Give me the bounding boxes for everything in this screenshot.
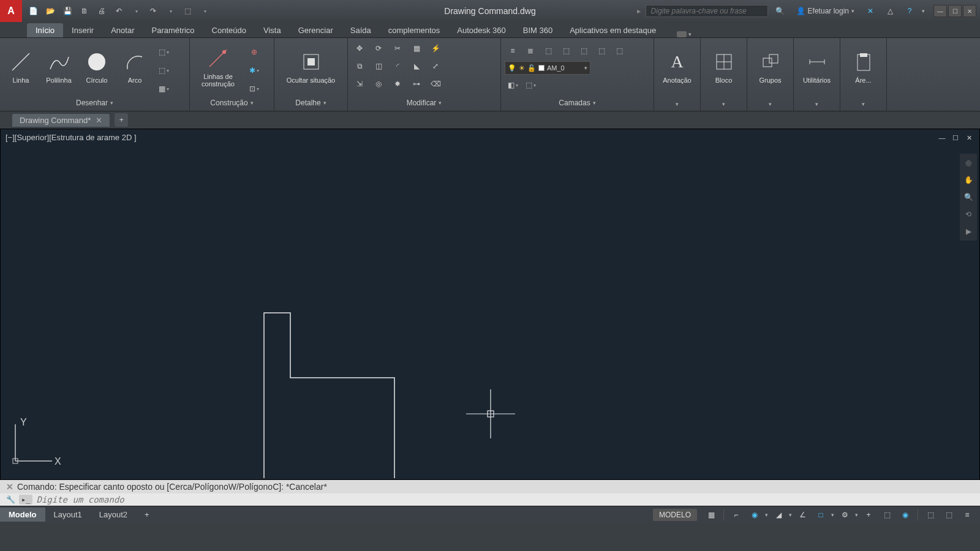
erase-icon[interactable]: ⌫: [428, 76, 443, 92]
print-icon[interactable]: 🖨: [94, 4, 109, 18]
customize-status-icon[interactable]: ≡: [959, 508, 975, 522]
infocenter-search[interactable]: [646, 5, 768, 17]
polilinha-button[interactable]: Polilinha: [42, 40, 76, 93]
tab-saida[interactable]: Saída: [342, 23, 380, 37]
panel-block-expand[interactable]: ▾: [704, 100, 743, 108]
grid-toggle-icon[interactable]: ▦: [703, 508, 719, 522]
draw-small-1[interactable]: ⬚: [156, 44, 172, 60]
help-icon[interactable]: ?: [902, 4, 917, 18]
tab-inserir[interactable]: Inserir: [63, 23, 102, 37]
cmd-close-icon[interactable]: ✕: [6, 482, 13, 492]
fillet-icon[interactable]: ◜: [390, 58, 405, 74]
chamfer-icon[interactable]: ◣: [409, 58, 424, 74]
tab-conteudo[interactable]: Conteúdo: [203, 23, 255, 37]
rotate-icon[interactable]: ⟳: [371, 40, 386, 56]
signin-button[interactable]: 👤 Efetuar login ▾: [793, 6, 858, 17]
open-icon[interactable]: 📂: [43, 4, 58, 18]
layout-tab-model[interactable]: Modelo: [0, 508, 45, 522]
drawing-canvas[interactable]: [−][Superior][Estrutura de arame 2D ] — …: [0, 129, 980, 480]
nav-wheel-icon[interactable]: ◎: [962, 156, 975, 170]
layer-prop-4[interactable]: ⬚: [558, 43, 574, 59]
powermodify-icon[interactable]: ⚡: [428, 40, 443, 56]
construction-small-2[interactable]: ✱: [246, 62, 262, 78]
panel-area-expand[interactable]: ▾: [844, 100, 883, 108]
tab-vista[interactable]: Vista: [255, 23, 290, 37]
join-icon[interactable]: ⊶: [409, 76, 424, 92]
anotacao-button[interactable]: A Anotação: [660, 40, 695, 93]
app-menu-button[interactable]: A: [0, 0, 22, 22]
linhas-construcao-button[interactable]: Linhas de construção: [194, 40, 243, 93]
annotation-scale-icon[interactable]: ⬚: [879, 508, 895, 522]
draw-small-2[interactable]: ⬚: [156, 62, 172, 78]
hardware-accel-icon[interactable]: ⬚: [922, 508, 938, 522]
layer-prop-3[interactable]: ⬚: [540, 43, 556, 59]
circulo-button[interactable]: Círculo: [80, 40, 114, 93]
workspace-icon[interactable]: ⬚: [180, 4, 195, 18]
iso-caret[interactable]: ▾: [789, 512, 792, 518]
array-icon[interactable]: ▦: [409, 40, 424, 56]
gear-icon[interactable]: ⚙: [837, 508, 853, 522]
layout-tab-1[interactable]: Layout1: [45, 508, 91, 522]
close-button[interactable]: ✕: [963, 5, 976, 17]
workspace-switch-icon[interactable]: ◉: [897, 508, 913, 522]
tab-autodesk360[interactable]: Autodesk 360: [448, 23, 514, 37]
search-arrow-icon[interactable]: ▸: [637, 7, 641, 15]
maximize-button[interactable]: ☐: [948, 5, 962, 17]
panel-draw-title[interactable]: Desenhar▾: [4, 97, 186, 108]
layout-tab-add[interactable]: +: [136, 508, 158, 522]
ocultar-situacao-button[interactable]: Ocultar situação: [281, 40, 342, 93]
scale-icon[interactable]: ⤢: [428, 58, 443, 74]
document-tab-active[interactable]: Drawing Command* ✕: [12, 114, 110, 127]
redo-icon[interactable]: ↷: [146, 4, 160, 18]
saveas-icon[interactable]: 🗎: [77, 4, 92, 18]
bloco-button[interactable]: Bloco: [707, 40, 741, 93]
help-caret[interactable]: ▾: [922, 8, 925, 14]
osnap-icon[interactable]: □: [813, 508, 829, 522]
panel-detail-title[interactable]: Detalhe▾: [278, 97, 344, 108]
a360-icon[interactable]: △: [883, 4, 897, 18]
draw-small-3[interactable]: ▦: [156, 81, 172, 97]
ortho-icon[interactable]: ⌐: [728, 508, 744, 522]
offset-icon[interactable]: ◎: [371, 76, 386, 92]
redo-dropdown[interactable]: [163, 4, 178, 18]
model-space-badge[interactable]: MODELO: [653, 509, 697, 521]
vp-close[interactable]: ✕: [963, 133, 974, 143]
panel-layers-title[interactable]: Camadas▾: [505, 97, 650, 108]
grupos-button[interactable]: Grupos: [753, 40, 788, 93]
panel-modify-title[interactable]: Modificar▾: [352, 97, 497, 108]
close-tab-icon[interactable]: ✕: [96, 116, 102, 125]
undo-dropdown[interactable]: [129, 4, 143, 18]
layer-prop-5[interactable]: ⬚: [576, 43, 592, 59]
nav-zoom-icon[interactable]: 🔍: [962, 190, 975, 204]
panel-annotation-expand[interactable]: ▾: [658, 100, 696, 108]
utilitarios-button[interactable]: Utilitários: [800, 40, 834, 93]
tab-complementos[interactable]: complementos: [380, 23, 449, 37]
layer-prop-2[interactable]: ≣: [522, 43, 538, 59]
move-icon[interactable]: ✥: [352, 40, 368, 56]
cmd-customize-icon[interactable]: 🔧: [6, 495, 15, 504]
add-scale-icon[interactable]: +: [861, 508, 876, 522]
polar-caret[interactable]: ▾: [765, 512, 768, 518]
save-icon[interactable]: 💾: [60, 4, 75, 18]
nav-showmotion-icon[interactable]: ▶: [962, 225, 975, 238]
panel-utilities-expand[interactable]: ▾: [797, 100, 836, 108]
area-button[interactable]: Áre...: [846, 40, 881, 93]
copy-icon[interactable]: ⧉: [352, 58, 368, 74]
layer-selector[interactable]: 💡 ☀ 🔓 AM_0 ▾: [505, 61, 590, 75]
command-input[interactable]: [36, 495, 974, 504]
layer-color-btn[interactable]: ◧: [505, 77, 521, 93]
layer-match-btn[interactable]: ⬚: [522, 77, 538, 93]
explode-icon[interactable]: ✸: [390, 76, 405, 92]
panel-construction-title[interactable]: Construção▾: [194, 97, 270, 108]
tab-inicio[interactable]: Início: [27, 23, 63, 37]
search-submit-icon[interactable]: 🔍: [773, 4, 788, 18]
layer-prop-7[interactable]: ⬚: [611, 43, 627, 59]
linha-button[interactable]: Linha: [4, 40, 38, 93]
mirror-icon[interactable]: ◫: [371, 58, 386, 74]
undo-icon[interactable]: ↶: [111, 4, 126, 18]
trim-icon[interactable]: ✂: [390, 40, 405, 56]
tab-anotar[interactable]: Anotar: [102, 23, 143, 37]
construction-small-3[interactable]: ⊡: [246, 81, 262, 97]
tab-parametrico[interactable]: Paramétrico: [143, 23, 203, 37]
osnap-tracking-icon[interactable]: ∠: [794, 508, 810, 522]
